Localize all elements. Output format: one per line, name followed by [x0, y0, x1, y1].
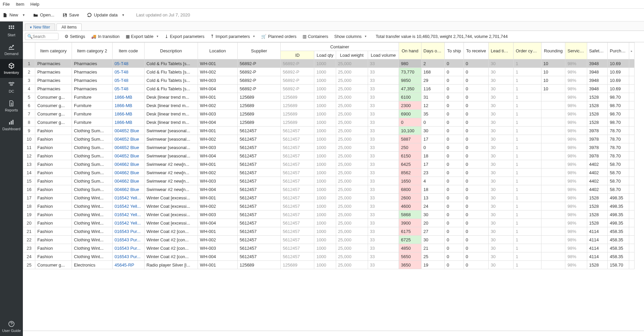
containers-button[interactable]: ▥Containers — [303, 34, 328, 39]
table-row[interactable]: 7Consumer g...Furniture1866-MBDesk [line… — [23, 110, 635, 118]
table-row[interactable]: 12FashionClothing Sum...004652 BlueSwimw… — [23, 152, 635, 160]
col-purchase-price[interactable]: Purchase price — [608, 43, 629, 59]
cell-code[interactable]: 004652 Blue — [112, 135, 144, 143]
sidebar-item-userguide[interactable]: User Guide — [0, 317, 23, 336]
table-row[interactable]: 24FashionClothing Wint...016543 Pur...Wi… — [23, 252, 635, 261]
cell-code[interactable]: 016543 Pur... — [112, 252, 144, 261]
new-dropdown[interactable]: ▼ — [22, 13, 25, 17]
search-input[interactable] — [33, 34, 56, 39]
table-row[interactable]: 3PharmaciesPharmacies05-T48Cold & Flu Ta… — [23, 76, 635, 85]
table-row[interactable]: 16FashionClothing Sum...004662 BlueSwimw… — [23, 185, 635, 194]
cell-code[interactable]: 1866-MB — [112, 93, 144, 101]
cell-code[interactable]: 016542 Yell... — [112, 202, 144, 210]
show-columns-dd[interactable]: ▼ — [364, 35, 367, 38]
col-supplier[interactable]: Supplier — [237, 43, 280, 59]
cell-code[interactable]: 004662 Blue — [112, 160, 144, 169]
col-to-receive[interactable]: To receive — [464, 43, 488, 59]
table-row[interactable]: 5Consumer g...Furniture1866-MBDesk [line… — [23, 93, 635, 101]
cell-code[interactable]: 1866-MB — [112, 110, 144, 118]
tab-all-items[interactable]: All items — [56, 23, 82, 31]
table-row[interactable]: 14FashionClothing Sum...004662 BlueSwimw… — [23, 169, 635, 177]
cell-code[interactable]: 1866-MB — [112, 101, 144, 110]
col-item-category[interactable]: Item category — [35, 43, 72, 59]
col-to-ship[interactable]: To ship — [445, 43, 464, 59]
cell-code[interactable]: 1866-MB — [112, 118, 144, 127]
col-load-volume[interactable]: Load volume — [368, 51, 399, 59]
cell-code[interactable]: 016542 Yell... — [112, 219, 144, 227]
cell-code[interactable]: 004662 Blue — [112, 169, 144, 177]
sidebar-item-reports[interactable]: Reports — [0, 97, 23, 115]
table-row[interactable]: 4PharmaciesPharmacies05-T48Cold & Flu Ta… — [23, 85, 635, 93]
table-row[interactable]: 15FashionClothing Sum...004662 BlueSwimw… — [23, 177, 635, 185]
col-days-supply[interactable]: Days of supply — [421, 43, 444, 59]
tab-new-filter[interactable]: ▾ New filter — [25, 23, 55, 31]
table-row[interactable]: 9FashionClothing Sum...004652 BlueSwimwe… — [23, 127, 635, 135]
cell-code[interactable]: 05-T48 — [112, 68, 144, 76]
cell-code[interactable]: 004652 Blue — [112, 127, 144, 135]
import-params-button[interactable]: ⤒Import parameters — [210, 34, 250, 39]
table-row[interactable]: 1PharmaciesPharmacies05-T48Cold & Flu Ta… — [23, 59, 635, 68]
col-lead-time[interactable]: Lead time, days — [489, 43, 514, 59]
cell-code[interactable]: 05-T48 — [112, 59, 144, 68]
update-button[interactable]: Update data — [87, 12, 118, 17]
col-rounding[interactable]: Rounding — [541, 43, 565, 59]
sidebar-item-dashboard[interactable]: Dashboard — [0, 115, 23, 134]
table-row[interactable]: 11FashionClothing Sum...004652 BlueSwimw… — [23, 143, 635, 152]
table-row[interactable]: 25Consumer g...Electronics45645-RPRadio … — [23, 261, 635, 269]
table-row[interactable]: 19FashionClothing Wint...016542 Yell...W… — [23, 210, 635, 219]
search-wrap[interactable]: 🔍 — [25, 33, 58, 40]
cell-code[interactable]: 05-T48 — [112, 85, 144, 93]
col-service-level[interactable]: Service level, % — [565, 43, 587, 59]
col-container-id[interactable]: ID — [281, 51, 314, 59]
col-rownum[interactable] — [23, 43, 35, 59]
planned-orders-button[interactable]: 🛒Planned orders — [261, 34, 296, 39]
col-on-hand[interactable]: On hand — [399, 43, 421, 59]
menu-help[interactable]: Help — [30, 2, 39, 7]
cell-code[interactable]: 45645-RP — [112, 261, 144, 269]
show-columns-button[interactable]: Show columns — [334, 34, 362, 39]
update-dropdown[interactable]: ▼ — [122, 13, 125, 17]
sidebar-item-demand[interactable]: Demand — [0, 40, 23, 59]
table-row[interactable]: 8Consumer g...Furniture1866-MBDesk [line… — [23, 118, 635, 127]
colgroup-container[interactable]: Container — [281, 43, 399, 51]
open-button[interactable]: Open... — [33, 12, 54, 17]
table-row[interactable]: 22FashionClothing Wint...016543 Pur...Wi… — [23, 236, 635, 244]
export-table-dd[interactable]: ▼ — [156, 35, 159, 38]
data-grid[interactable]: Item category Item category 2 Item code … — [23, 42, 644, 331]
col-order-cycle[interactable]: Order cycle, months — [514, 43, 541, 59]
cell-code[interactable]: 004652 Blue — [112, 143, 144, 152]
col-location[interactable]: Location — [198, 43, 237, 59]
cell-code[interactable]: 016543 Pur... — [112, 244, 144, 252]
col-item-code[interactable]: Item code — [112, 43, 144, 59]
col-load-weight[interactable]: Load weight — [336, 51, 368, 59]
cell-code[interactable]: 004652 Blue — [112, 152, 144, 160]
col-load-qty[interactable]: Load qty — [314, 51, 336, 59]
cell-code[interactable]: 016543 Pur... — [112, 236, 144, 244]
table-row[interactable]: 17FashionClothing Wint...016542 Yell...W… — [23, 194, 635, 202]
scroll-right-indicator[interactable]: ▸ — [629, 43, 635, 59]
save-button[interactable]: Save — [63, 12, 79, 17]
sidebar-item-dc[interactable]: DC — [0, 78, 23, 97]
cell-code[interactable]: 004662 Blue — [112, 185, 144, 194]
sidebar-item-start[interactable]: Start — [0, 21, 23, 40]
cell-code[interactable]: 016543 Pur... — [112, 227, 144, 236]
export-params-button[interactable]: ⤓Export parameters — [165, 34, 204, 39]
sidebar-item-inventory[interactable]: Inventory — [0, 59, 23, 78]
table-row[interactable]: 21FashionClothing Wint...016543 Pur...Wi… — [23, 227, 635, 236]
table-row[interactable]: 6Consumer g...Furniture1866-MBDesk [line… — [23, 101, 635, 110]
menu-item[interactable]: Item — [16, 2, 24, 7]
menu-file[interactable]: File — [3, 2, 10, 7]
table-row[interactable]: 2PharmaciesPharmacies05-T48Cold & Flu Ta… — [23, 68, 635, 76]
table-row[interactable]: 10FashionClothing Sum...004652 BlueSwimw… — [23, 135, 635, 143]
table-row[interactable]: 18FashionClothing Wint...016542 Yell...W… — [23, 202, 635, 210]
col-description[interactable]: Description — [144, 43, 198, 59]
export-table-button[interactable]: ▦Export table — [126, 34, 154, 39]
cell-code[interactable]: 05-T48 — [112, 76, 144, 85]
cell-code[interactable]: 004662 Blue — [112, 177, 144, 185]
cell-code[interactable]: 016542 Yell... — [112, 194, 144, 202]
table-row[interactable]: 23FashionClothing Wint...016543 Pur...Wi… — [23, 244, 635, 252]
col-safety-stock[interactable]: Safety stock — [587, 43, 608, 59]
col-item-category2[interactable]: Item category 2 — [72, 43, 113, 59]
cell-code[interactable]: 016542 Yell... — [112, 210, 144, 219]
new-button[interactable]: New — [3, 12, 18, 17]
